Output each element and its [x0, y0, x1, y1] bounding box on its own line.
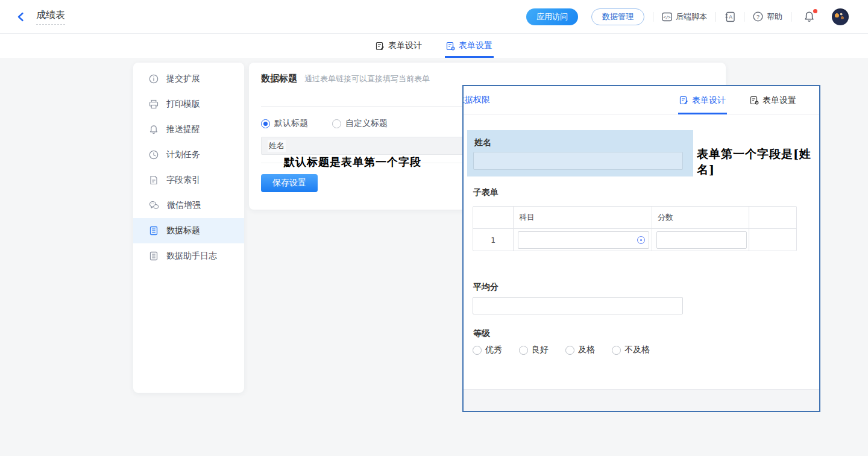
- grade-option-label: 良好: [532, 345, 549, 355]
- user-avatar[interactable]: [832, 8, 849, 25]
- settings-sidebar: 提交扩展 打印模版 推送提醒 计划任务 字段索引 微信增强 数据标题: [133, 63, 244, 393]
- subform-header-extra: [749, 207, 796, 228]
- overlay-tab-form-design[interactable]: 表单设计: [679, 86, 726, 114]
- sidebar-item-label: 计划任务: [166, 149, 200, 160]
- subform-label: 子表单: [473, 187, 498, 198]
- name-field-label: 姓名: [474, 137, 491, 148]
- file-icon: [149, 175, 159, 185]
- radio-selected-icon: [261, 119, 270, 128]
- select-option-icon[interactable]: [637, 236, 645, 244]
- form-preview-overlay: 数据权限 表单设计 表单设置 姓名 表单第一个字段是[姓名] 子表单: [462, 85, 820, 412]
- overlay-form-body: 姓名 表单第一个字段是[姓名] 子表单 科目 分数 1: [464, 115, 819, 389]
- sidebar-item-field-index[interactable]: 字段索引: [133, 167, 244, 193]
- panel-subtitle: 通过表单链接可以直接填写当前表单: [304, 73, 430, 84]
- grade-option-label: 及格: [578, 345, 595, 355]
- subform-row-index: 1: [491, 236, 495, 245]
- help-button[interactable]: ? 帮助: [753, 11, 782, 22]
- grade-label: 等级: [473, 328, 490, 339]
- sidebar-item-scheduled-task[interactable]: 计划任务: [133, 142, 244, 167]
- grade-option-label: 不及格: [624, 345, 650, 355]
- data-permission-link[interactable]: 数据权限: [462, 95, 490, 105]
- average-label: 平均分: [473, 282, 498, 293]
- tab-form-settings-label: 表单设置: [459, 40, 492, 51]
- bell-icon: [149, 125, 159, 134]
- tab-form-settings[interactable]: 表单设置: [446, 34, 492, 58]
- annotation-first-field: 表单第一个字段是[姓名]: [697, 146, 819, 178]
- sidebar-item-label: 打印模版: [166, 99, 200, 110]
- subform-header-index: [473, 207, 514, 228]
- name-field-highlight[interactable]: 姓名: [467, 130, 693, 176]
- overlay-tab-form-design-label: 表单设计: [692, 95, 726, 106]
- sidebar-item-label: 微信增强: [167, 200, 201, 211]
- svg-text:</>: </>: [663, 15, 671, 20]
- radio-custom-title-label: 自定义标题: [345, 118, 388, 129]
- notification-dot: [813, 9, 817, 13]
- form-tab-bar: 表单设计 表单设置: [0, 34, 868, 58]
- app-title: 成绩表: [36, 10, 65, 20]
- grade-option-excellent[interactable]: 优秀: [473, 345, 502, 355]
- clock-icon: [149, 150, 159, 160]
- tab-form-design-label: 表单设计: [388, 40, 422, 51]
- average-input[interactable]: [473, 297, 683, 314]
- question-icon: ?: [753, 11, 763, 22]
- back-button[interactable]: [16, 11, 28, 23]
- sidebar-item-submit-extension[interactable]: 提交扩展: [133, 66, 244, 92]
- sidebar-item-label: 数据标题: [166, 225, 200, 236]
- sidebar-item-label: 数据助手日志: [166, 251, 217, 261]
- radio-default-title[interactable]: 默认标题: [261, 118, 308, 129]
- app-title-editable[interactable]: 成绩表: [36, 9, 65, 25]
- divider: [715, 12, 716, 22]
- grade-option-fail[interactable]: 不及格: [612, 345, 650, 355]
- subform-row: 1: [473, 229, 796, 251]
- doc-pencil-icon: [679, 96, 688, 105]
- doc-gear-icon: [750, 96, 759, 105]
- notification-bell-button[interactable]: [804, 11, 815, 22]
- sidebar-item-label: 字段索引: [166, 175, 200, 186]
- grade-option-label: 优秀: [485, 345, 502, 355]
- printer-icon: [149, 99, 159, 109]
- doc-pencil-icon: [376, 42, 385, 51]
- app-access-button[interactable]: 应用访问: [526, 8, 578, 25]
- backend-script-button[interactable]: </> 后端脚本: [662, 11, 707, 22]
- svg-text:A: A: [729, 14, 732, 20]
- sidebar-item-data-assistant-log[interactable]: 数据助手日志: [133, 243, 244, 269]
- subject-input[interactable]: [518, 231, 649, 249]
- tab-form-design[interactable]: 表单设计: [376, 34, 422, 58]
- sidebar-item-push-reminder[interactable]: 推送提醒: [133, 117, 244, 142]
- backend-script-label: 后端脚本: [676, 11, 707, 22]
- sidebar-item-wechat-enhance[interactable]: 微信增强: [133, 193, 244, 218]
- svg-text:?: ?: [756, 13, 760, 20]
- radio-unselected-icon: [332, 119, 341, 128]
- radio-unselected-icon: [612, 346, 621, 355]
- name-field-input[interactable]: [473, 152, 683, 170]
- subform-row-extra: [749, 229, 796, 251]
- help-label: 帮助: [767, 11, 782, 22]
- score-input[interactable]: [656, 231, 747, 249]
- overlay-tab-form-settings[interactable]: 表单设置: [750, 86, 796, 114]
- overlay-footer: [464, 389, 819, 411]
- top-bar: 成绩表 应用访问 数据管理 </> 后端脚本 A ? 帮助: [0, 0, 868, 34]
- panel-title: 数据标题: [261, 73, 297, 84]
- annotation-default-title: 默认标题是表单第一个字段: [284, 155, 421, 169]
- radio-unselected-icon: [473, 346, 482, 355]
- data-manage-button[interactable]: 数据管理: [591, 8, 644, 25]
- radio-default-title-label: 默认标题: [274, 118, 308, 129]
- radio-custom-title[interactable]: 自定义标题: [332, 118, 388, 129]
- sidebar-item-data-title[interactable]: 数据标题: [133, 218, 244, 243]
- list-doc-icon: [149, 226, 159, 236]
- grade-option-good[interactable]: 良好: [519, 345, 549, 355]
- address-book-button[interactable]: A: [725, 11, 735, 22]
- title-field-value: 姓名: [268, 140, 286, 152]
- code-icon: </>: [662, 12, 672, 22]
- sidebar-item-label: 提交扩展: [166, 73, 200, 84]
- subform-header-score: 分数: [652, 207, 749, 228]
- grade-option-pass[interactable]: 及格: [565, 345, 595, 355]
- divider: [744, 12, 744, 22]
- radio-unselected-icon: [565, 346, 574, 355]
- save-settings-button[interactable]: 保存设置: [261, 174, 318, 192]
- overlay-tab-form-settings-label: 表单设置: [763, 95, 796, 106]
- divider: [653, 12, 653, 22]
- address-book-icon: A: [725, 11, 735, 22]
- subform-table: 科目 分数 1: [473, 206, 797, 251]
- sidebar-item-print-template[interactable]: 打印模版: [133, 92, 244, 117]
